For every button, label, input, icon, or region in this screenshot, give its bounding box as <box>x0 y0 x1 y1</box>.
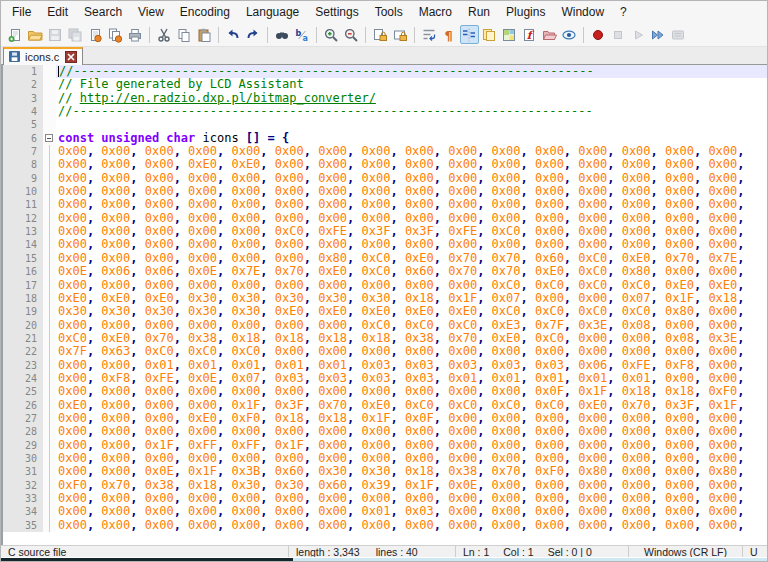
menu-item-search[interactable]: Search <box>76 1 130 23</box>
new-file-icon[interactable] <box>6 25 25 44</box>
tab-close-icon[interactable] <box>65 51 77 63</box>
menu-item-settings[interactable]: Settings <box>307 1 366 23</box>
code-text[interactable]: // http://en.radzio.dxp.pl/bitmap_conver… <box>56 92 767 105</box>
menu-item-file[interactable]: File <box>4 1 39 23</box>
code-text[interactable]: 0x00, 0x00, 0x00, 0x00, 0x00, 0x00, 0x00… <box>56 505 767 518</box>
code-line-15: 150x00, 0x00, 0x00, 0x00, 0x00, 0x00, 0x… <box>3 252 767 265</box>
copy-icon[interactable] <box>175 25 194 44</box>
word-wrap-icon[interactable] <box>420 25 439 44</box>
zoom-out-icon[interactable] <box>342 25 361 44</box>
fold-margin <box>43 319 56 332</box>
code-text[interactable]: //--------------------------------------… <box>56 105 767 118</box>
code-text[interactable]: 0x00, 0x00, 0x0E, 0x1F, 0x3B, 0x60, 0x30… <box>56 465 767 478</box>
code-text[interactable]: 0x00, 0x00, 0x00, 0x00, 0x00, 0x00, 0x00… <box>56 425 767 438</box>
monitoring-icon[interactable] <box>560 25 579 44</box>
code-text[interactable]: 0x00, 0x00, 0x00, 0x00, 0x00, 0x00, 0x00… <box>56 145 767 158</box>
code-text[interactable]: 0xF0, 0x70, 0x38, 0x18, 0x30, 0x30, 0x60… <box>56 479 767 492</box>
code-text[interactable]: 0x00, 0x00, 0x00, 0x00, 0x00, 0x00, 0x00… <box>56 172 767 185</box>
menu-item-plugins[interactable]: Plugins <box>498 1 553 23</box>
url-link[interactable]: http://en.radzio.dxp.pl/bitmap_converter… <box>80 91 376 105</box>
folder-as-workspace-icon[interactable] <box>540 25 559 44</box>
replace-icon[interactable]: ba <box>293 25 312 44</box>
close-all-icon[interactable] <box>106 25 125 44</box>
code-line-31: 310x00, 0x00, 0x0E, 0x1F, 0x3B, 0x60, 0x… <box>3 465 767 478</box>
code-text[interactable]: 0xE0, 0xE0, 0xE0, 0x30, 0x30, 0x30, 0x30… <box>56 292 767 305</box>
status-encoding[interactable]: U <box>743 546 767 557</box>
code-text[interactable]: 0x00, 0x00, 0x00, 0x00, 0x00, 0x00, 0x00… <box>56 519 767 532</box>
macro-play-icon[interactable] <box>629 25 648 44</box>
code-text[interactable]: 0x00, 0x00, 0x00, 0xE0, 0xF0, 0x18, 0x18… <box>56 412 767 425</box>
menu-item-macro[interactable]: Macro <box>411 1 460 23</box>
code-text[interactable]: const unsigned char icons [] = { <box>56 132 767 145</box>
line-number: 24 <box>3 372 43 385</box>
menu-item-language[interactable]: Language <box>238 1 307 23</box>
code-text[interactable]: 0x00, 0x00, 0x00, 0x00, 0x00, 0x00, 0x00… <box>56 492 767 505</box>
save-all-icon[interactable] <box>66 25 85 44</box>
code-text[interactable]: 0x00, 0x00, 0x00, 0x00, 0x00, 0x00, 0x00… <box>56 185 767 198</box>
function-list-icon[interactable]: f <box>520 25 539 44</box>
undo-icon[interactable] <box>224 25 243 44</box>
code-text[interactable]: 0x00, 0x00, 0x00, 0x00, 0x00, 0x00, 0x00… <box>56 212 767 225</box>
background-window-light-strip <box>293 558 767 562</box>
status-eol-format[interactable]: Windows (CR LF) <box>629 546 743 557</box>
redo-icon[interactable] <box>244 25 263 44</box>
close-icon[interactable] <box>86 25 105 44</box>
line-number: 14 <box>3 238 43 251</box>
menu-item-help[interactable]: ? <box>612 1 635 23</box>
menu-item-tools[interactable]: Tools <box>367 1 411 23</box>
document-map-icon[interactable] <box>500 25 519 44</box>
code-text[interactable]: // File generated by LCD Assistant <box>56 78 767 91</box>
code-text[interactable]: 0xC0, 0xE0, 0x70, 0x38, 0x18, 0x18, 0x18… <box>56 332 767 345</box>
code-text[interactable]: 0x00, 0x00, 0x00, 0xE0, 0xE0, 0x00, 0x00… <box>56 158 767 171</box>
code-text[interactable]: 0x00, 0x00, 0x01, 0x01, 0x01, 0x01, 0x01… <box>56 359 767 372</box>
code-text[interactable]: 0x00, 0x00, 0x00, 0x00, 0x00, 0x00, 0x00… <box>56 452 767 465</box>
code-text[interactable]: 0x00, 0x00, 0x00, 0x00, 0x00, 0x00, 0x80… <box>56 252 767 265</box>
cut-icon[interactable] <box>155 25 174 44</box>
code-line-32: 320xF0, 0x70, 0x38, 0x18, 0x30, 0x30, 0x… <box>3 479 767 492</box>
sync-vertical-icon[interactable] <box>371 25 390 44</box>
document-switcher-icon[interactable] <box>480 25 499 44</box>
line-number: 33 <box>3 492 43 505</box>
code-line-17: 170x00, 0x00, 0x00, 0x00, 0x00, 0x00, 0x… <box>3 279 767 292</box>
code-text[interactable]: 0x00, 0x00, 0x00, 0x00, 0x00, 0x00, 0x00… <box>56 198 767 211</box>
code-text[interactable]: 0x30, 0x30, 0x30, 0x30, 0x30, 0xE0, 0xE0… <box>56 305 767 318</box>
code-text[interactable]: 0x00, 0x00, 0x1F, 0xFF, 0xFF, 0x1F, 0x00… <box>56 439 767 452</box>
open-file-icon[interactable] <box>26 25 45 44</box>
macro-record-icon[interactable] <box>589 25 608 44</box>
show-all-characters-icon[interactable]: ¶ <box>440 25 459 44</box>
macro-run-multiple-icon[interactable] <box>649 25 668 44</box>
fold-collapse-icon[interactable] <box>43 132 56 145</box>
line-number: 9 <box>3 172 43 185</box>
code-text[interactable]: 0xE0, 0x00, 0x00, 0x00, 0x1F, 0x3F, 0x70… <box>56 399 767 412</box>
tab-icons-c[interactable]: icons.c <box>3 47 83 65</box>
status-cursor-position[interactable]: Ln : 1 Col : 1 Sel : 0 | 0 <box>456 546 629 557</box>
code-line-23: 230x00, 0x00, 0x01, 0x01, 0x01, 0x01, 0x… <box>3 359 767 372</box>
menu-item-view[interactable]: View <box>130 1 172 23</box>
indent-guide-icon[interactable] <box>460 25 479 44</box>
code-text[interactable]: 0x7F, 0x63, 0xC0, 0xC0, 0xC0, 0x00, 0x00… <box>56 345 767 358</box>
code-text[interactable]: 0x0E, 0x06, 0x06, 0x0E, 0x7E, 0x70, 0xE0… <box>56 265 767 278</box>
sync-horizontal-icon[interactable] <box>391 25 410 44</box>
macro-stop-icon[interactable] <box>609 25 628 44</box>
code-text[interactable]: 0x00, 0x00, 0x00, 0x00, 0x00, 0xC0, 0xFE… <box>56 225 767 238</box>
menu-item-run[interactable]: Run <box>460 1 498 23</box>
find-icon[interactable] <box>273 25 292 44</box>
line-number: 15 <box>3 252 43 265</box>
code-text[interactable] <box>56 118 767 131</box>
menu-item-encoding[interactable]: Encoding <box>172 1 238 23</box>
zoom-in-icon[interactable] <box>322 25 341 44</box>
code-text[interactable]: 0x00, 0x00, 0x00, 0x00, 0x00, 0x00, 0x00… <box>56 238 767 251</box>
code-text[interactable]: 0x00, 0x00, 0x00, 0x00, 0x00, 0x00, 0x00… <box>56 279 767 292</box>
code-text[interactable]: 0x00, 0x00, 0x00, 0x00, 0x00, 0x00, 0x00… <box>56 385 767 398</box>
fold-margin <box>43 185 56 198</box>
print-icon[interactable] <box>126 25 145 44</box>
code-text[interactable]: 0x00, 0x00, 0x00, 0x00, 0x00, 0x00, 0x00… <box>56 319 767 332</box>
menu-item-window[interactable]: Window <box>553 1 612 23</box>
code-text[interactable]: 0x00, 0xF8, 0xFE, 0x0E, 0x07, 0x03, 0x03… <box>56 372 767 385</box>
save-icon[interactable] <box>46 25 65 44</box>
macro-save-icon[interactable] <box>669 25 688 44</box>
code-text[interactable]: //--------------------------------------… <box>56 65 767 78</box>
code-editor[interactable]: 1//-------------------------------------… <box>1 65 767 545</box>
menu-item-edit[interactable]: Edit <box>39 1 76 23</box>
paste-icon[interactable] <box>195 25 214 44</box>
